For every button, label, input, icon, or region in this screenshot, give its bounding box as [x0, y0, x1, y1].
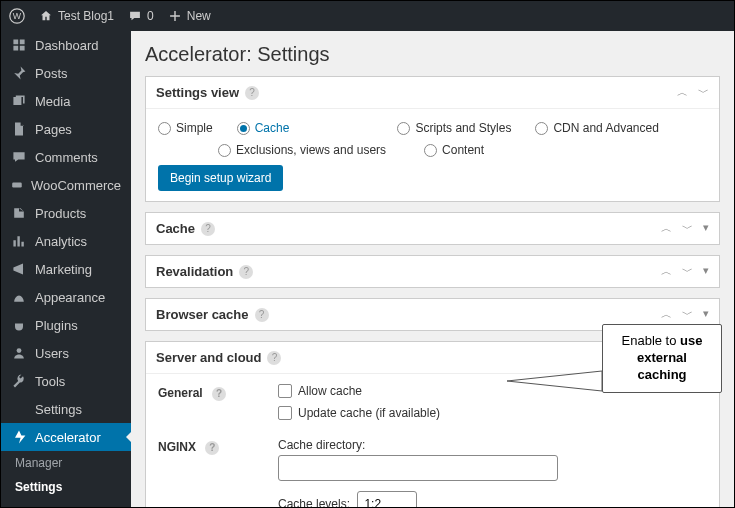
plus-icon [168, 9, 182, 23]
panel-toggle-icon[interactable]: ▾ [703, 264, 709, 279]
radio-exclusions[interactable]: Exclusions, views and users [218, 143, 386, 157]
sidebar-item-label: WooCommerce [31, 178, 121, 193]
general-label: General ? [158, 384, 278, 401]
page-icon [11, 121, 27, 137]
sidebar-item-label: Tools [35, 374, 65, 389]
radio-scripts[interactable]: Scripts and Styles [397, 121, 511, 135]
radio-cdn[interactable]: CDN and Advanced [535, 121, 658, 135]
panel-revalidation: Revalidation ? ︿﹀▾ [145, 255, 720, 288]
panel-down-icon[interactable]: ﹀ [698, 85, 709, 100]
comments-link[interactable]: 0 [128, 9, 154, 23]
svg-point-3 [17, 348, 22, 353]
radio-content[interactable]: Content [424, 143, 484, 157]
help-icon[interactable]: ? [239, 265, 253, 279]
callout-text: external [637, 350, 687, 365]
users-icon [11, 345, 27, 361]
panel-up-icon[interactable]: ︿ [661, 307, 672, 322]
sidebar-item-appearance[interactable]: Appearance [1, 283, 131, 311]
sidebar-item-analytics[interactable]: Analytics [1, 227, 131, 255]
panel-down-icon[interactable]: ﹀ [682, 221, 693, 236]
home-icon [39, 9, 53, 23]
panel-down-icon[interactable]: ﹀ [682, 264, 693, 279]
help-icon[interactable]: ? [212, 387, 226, 401]
help-icon[interactable]: ? [267, 351, 281, 365]
sidebar-item-pages[interactable]: Pages [1, 115, 131, 143]
sidebar-item-label: Settings [35, 402, 82, 417]
marketing-icon [11, 261, 27, 277]
sidebar-item-marketing[interactable]: Marketing [1, 255, 131, 283]
help-icon[interactable]: ? [245, 86, 259, 100]
comment-icon [128, 9, 142, 23]
sidebar-item-settings[interactable]: Settings [1, 395, 131, 423]
sidebar-item-label: Comments [35, 150, 98, 165]
page-title: Accelerator: Settings [145, 43, 720, 66]
content-area: Accelerator: Settings Settings view ? ︿ … [131, 31, 734, 507]
help-icon[interactable]: ? [205, 441, 219, 455]
sidebar-item-posts[interactable]: Posts [1, 59, 131, 87]
svg-text:W: W [13, 11, 22, 21]
panel-title: Browser cache [156, 307, 249, 322]
update-cache-checkbox[interactable]: Update cache (if available) [278, 406, 707, 420]
sidebar-sub-manager[interactable]: Manager [1, 451, 131, 475]
wp-logo[interactable]: W [9, 8, 25, 24]
sidebar-item-label: Marketing [35, 262, 92, 277]
sidebar-item-tools[interactable]: Tools [1, 367, 131, 395]
panel-up-icon[interactable]: ︿ [661, 221, 672, 236]
appearance-icon [11, 289, 27, 305]
panel-up-icon[interactable]: ︿ [677, 85, 688, 100]
radio-label: Simple [176, 121, 213, 135]
panel-down-icon[interactable]: ﹀ [682, 307, 693, 322]
comment-icon [11, 149, 27, 165]
analytics-icon [11, 233, 27, 249]
cache-levels-input[interactable] [357, 491, 417, 507]
tools-icon [11, 373, 27, 389]
radio-label: Content [442, 143, 484, 157]
sidebar-item-label: Plugins [35, 318, 78, 333]
cache-directory-input[interactable] [278, 455, 558, 481]
sidebar-item-label: Accelerator [35, 430, 101, 445]
callout-pointer-icon [502, 366, 602, 396]
panel-up-icon[interactable]: ︿ [661, 264, 672, 279]
sidebar-item-accelerator[interactable]: Accelerator [1, 423, 131, 451]
new-link[interactable]: New [168, 9, 211, 23]
sidebar-item-products[interactable]: Products [1, 199, 131, 227]
sidebar-item-dashboard[interactable]: Dashboard [1, 31, 131, 59]
radio-label: Scripts and Styles [415, 121, 511, 135]
radio-label: CDN and Advanced [553, 121, 658, 135]
site-name-link[interactable]: Test Blog1 [39, 9, 114, 23]
panel-cache: Cache ? ︿﹀▾ [145, 212, 720, 245]
sidebar-item-plugins[interactable]: Plugins [1, 311, 131, 339]
settings-icon [11, 401, 27, 417]
radio-simple[interactable]: Simple [158, 121, 213, 135]
sidebar-item-label: Products [35, 206, 86, 221]
help-icon[interactable]: ? [255, 308, 269, 322]
cache-levels-label: Cache levels: [278, 497, 350, 507]
collapse-menu[interactable]: Collapse menu [1, 499, 131, 508]
sidebar-item-comments[interactable]: Comments [1, 143, 131, 171]
panel-title: Settings view [156, 85, 239, 100]
dashboard-icon [11, 37, 27, 53]
admin-toolbar: W Test Blog1 0 New [1, 1, 734, 31]
sidebar-item-label: Posts [35, 66, 68, 81]
products-icon [11, 205, 27, 221]
panel-title: Cache [156, 221, 195, 236]
admin-sidebar: Dashboard Posts Media Pages Comments Woo… [1, 31, 131, 507]
help-icon[interactable]: ? [201, 222, 215, 236]
sidebar-item-woocommerce[interactable]: WooCommerce [1, 171, 131, 199]
woo-icon [11, 177, 23, 193]
sidebar-sub-settings[interactable]: Settings [1, 475, 131, 499]
sidebar-item-users[interactable]: Users [1, 339, 131, 367]
checkbox-label: Allow cache [298, 384, 362, 398]
site-name: Test Blog1 [58, 9, 114, 23]
radio-label: Cache [255, 121, 290, 135]
cache-directory-label: Cache directory: [278, 438, 707, 452]
panel-toggle-icon[interactable]: ▾ [703, 221, 709, 236]
begin-setup-wizard-button[interactable]: Begin setup wizard [158, 165, 283, 191]
plugins-icon [11, 317, 27, 333]
sidebar-item-media[interactable]: Media [1, 87, 131, 115]
panel-toggle-icon[interactable]: ▾ [703, 307, 709, 322]
panel-settings-view: Settings view ? ︿ ﹀ Simple Cache Scripts… [145, 76, 720, 202]
radio-cache[interactable]: Cache [237, 121, 290, 135]
annotation-callout: Enable to use external caching [602, 324, 722, 393]
accelerator-icon [11, 429, 27, 445]
